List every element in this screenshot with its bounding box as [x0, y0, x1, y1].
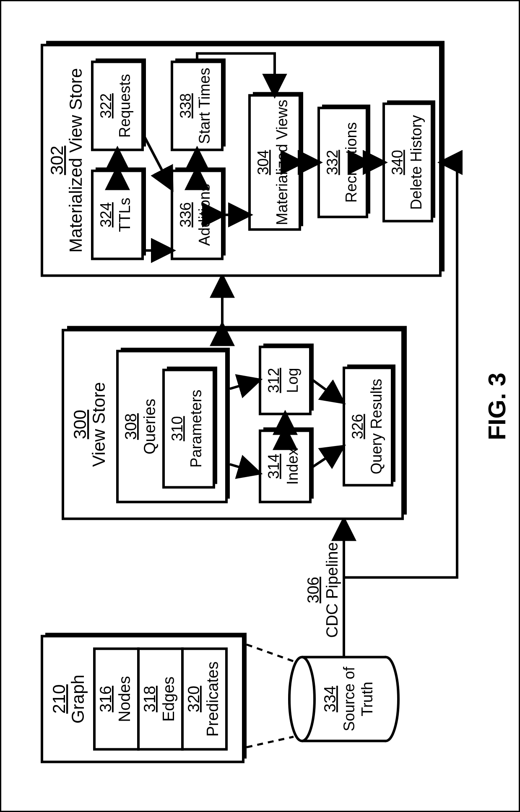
sot-label-line2: Truth	[359, 682, 376, 716]
page-frame: 210 Graph 316 Nodes 318 Edges 320 Predic…	[0, 0, 520, 812]
nodes-label: Nodes	[116, 676, 133, 722]
cdc-label: CDC Pipeline	[323, 542, 341, 638]
figure-label: FIG. 3	[483, 372, 510, 440]
qr-ref: 326	[349, 414, 366, 439]
graph-title: Graph	[68, 675, 88, 724]
index-label: Index	[284, 448, 301, 485]
index-ref: 314	[265, 454, 282, 479]
edges-ref: 318	[141, 685, 159, 712]
mv-ref: 304	[255, 150, 272, 175]
params-ref: 310	[169, 416, 186, 441]
svg-line-6	[247, 644, 294, 661]
view-store-box: 300 View Store 308 Queries 310 Parameter…	[63, 326, 407, 519]
st-label: Start Times	[196, 67, 213, 144]
edges-label: Edges	[160, 676, 177, 721]
add-label: Additions	[196, 184, 213, 246]
graph-ref: 210	[49, 684, 69, 713]
mvs-ref: 302	[47, 145, 67, 175]
mv-store-box: 302 Materialized View Store 324 TTLs 322…	[42, 41, 445, 275]
ttls-ref: 324	[97, 202, 114, 227]
add-ref: 336	[177, 202, 194, 227]
mvs-title: Materialized View Store	[66, 68, 86, 252]
ttls-label: TTLs	[116, 197, 133, 232]
vs-title: View Store	[89, 382, 109, 467]
svg-line-5	[247, 737, 294, 747]
vs-ref: 300	[70, 410, 90, 439]
predicates-ref: 320	[185, 685, 203, 712]
req-ref: 322	[97, 93, 114, 118]
params-label: Parameters	[187, 389, 205, 467]
req-label: Requests	[116, 74, 133, 137]
rec-label: Recreations	[343, 122, 360, 202]
predicates-label: Predicates	[204, 661, 221, 737]
queries-ref: 308	[122, 413, 140, 439]
source-of-truth-cylinder: 334 Source of Truth	[289, 657, 398, 741]
cdc-ref: 306	[304, 576, 322, 603]
dh-label: Delete History	[408, 115, 425, 210]
qr-label: Query Results	[368, 379, 385, 474]
log-label: Log	[284, 368, 301, 393]
svg-point-11	[289, 657, 315, 741]
graph-box: 210 Graph 316 Nodes 318 Edges 320 Predic…	[42, 633, 247, 762]
sot-ref: 334	[321, 685, 339, 712]
nodes-ref: 316	[97, 685, 114, 712]
diagram-canvas: 210 Graph 316 Nodes 318 Edges 320 Predic…	[0, 0, 520, 812]
st-ref: 338	[177, 93, 194, 118]
dh-ref: 340	[389, 150, 406, 175]
log-ref: 312	[265, 368, 282, 393]
rec-ref: 332	[324, 150, 341, 175]
queries-label: Queries	[141, 398, 159, 454]
mv-label: Materialized Views	[273, 99, 291, 225]
sot-label-line1: Source of	[341, 666, 358, 731]
